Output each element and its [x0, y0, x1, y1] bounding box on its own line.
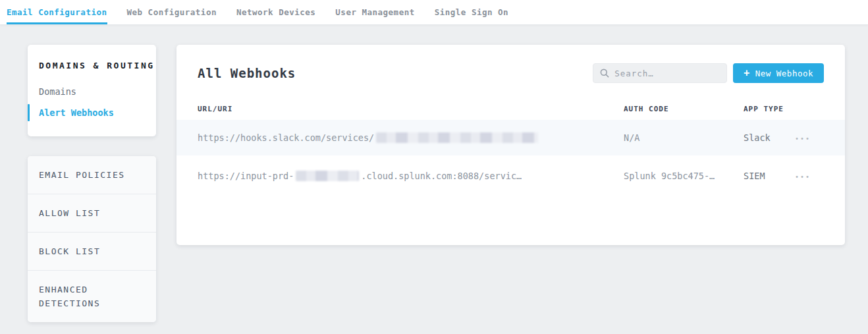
column-header-url-uri: URL/URI — [198, 105, 624, 113]
sidebar-item-enhanced-detections[interactable]: ENHANCED DETECTIONS — [28, 271, 156, 322]
webhook-url-prefix: https://hooks.slack.com/services/ — [198, 132, 374, 143]
new-webhook-button[interactable]: + New Webhook — [733, 63, 824, 83]
app-type-cell: SIEM — [744, 171, 795, 181]
tab-single-sign-on[interactable]: Single Sign On — [435, 0, 508, 24]
sidebar-item-label: Alert Webhooks — [39, 107, 114, 118]
auth-code-cell: N/A — [624, 132, 744, 143]
plus-icon: + — [744, 67, 750, 79]
tab-network-devices[interactable]: Network Devices — [236, 0, 315, 24]
tab-web-configuration[interactable]: Web Configuration — [127, 0, 217, 24]
webhook-url-cell: https://hooks.slack.com/services/ — [198, 132, 624, 143]
redacted-url-segment — [376, 132, 538, 143]
row-menu-icon[interactable]: ••• — [795, 135, 811, 142]
column-header-auth-code: AUTH CODE — [624, 105, 744, 113]
sidebar-item-alert-webhooks[interactable]: Alert Webhooks — [28, 102, 156, 123]
search-input[interactable] — [614, 69, 720, 78]
search-box[interactable] — [593, 63, 727, 83]
table-row[interactable]: https://input-prd- .cloud.splunk.com:808… — [176, 155, 845, 196]
sidebar-item-domains[interactable]: Domains — [28, 81, 156, 102]
domains-routing-card: DOMAINS & ROUTING Domains Alert Webhooks — [28, 45, 156, 136]
webhook-url-cell: https://input-prd- .cloud.splunk.com:808… — [198, 171, 624, 181]
search-icon — [600, 69, 609, 78]
panel-header: All Webhooks + New Webhook — [176, 45, 845, 97]
row-menu-icon[interactable]: ••• — [795, 173, 811, 181]
page-content: DOMAINS & ROUTING Domains Alert Webhooks… — [0, 25, 868, 322]
webhook-url-suffix: .cloud.splunk.com:8088/servic… — [361, 171, 522, 181]
table-header-row: URL/URI AUTH CODE APP TYPE — [176, 97, 845, 120]
webhook-url-prefix: https://input-prd- — [198, 171, 294, 181]
redacted-url-segment — [296, 171, 359, 181]
sidebar: DOMAINS & ROUTING Domains Alert Webhooks… — [28, 45, 156, 322]
header-actions: + New Webhook — [593, 63, 824, 83]
auth-code-cell: Splunk 9c5bc475-… — [624, 171, 744, 181]
domains-routing-heading: DOMAINS & ROUTING — [28, 61, 156, 70]
sidebar-item-allow-list[interactable]: ALLOW LIST — [28, 194, 156, 233]
new-webhook-button-label: New Webhook — [755, 69, 813, 78]
sidebar-item-block-list[interactable]: BLOCK LIST — [28, 233, 156, 271]
app-type-cell: Slack — [744, 132, 795, 143]
sidebar-item-email-policies[interactable]: EMAIL POLICIES — [28, 156, 156, 194]
tab-email-configuration[interactable]: Email Configuration — [7, 0, 107, 24]
active-indicator-bar — [28, 104, 30, 121]
top-navbar: Email Configuration Web Configuration Ne… — [0, 0, 868, 25]
page-title: All Webhooks — [198, 66, 296, 80]
sidebar-item-label: Domains — [39, 86, 76, 97]
column-header-app-type: APP TYPE — [744, 105, 795, 113]
table-row[interactable]: https://hooks.slack.com/services/ N/A Sl… — [176, 120, 845, 155]
tab-user-management[interactable]: User Management — [335, 0, 414, 24]
webhooks-panel: All Webhooks + New Webhook URL/URI AUTH … — [176, 45, 845, 245]
policy-sections-card: EMAIL POLICIES ALLOW LIST BLOCK LIST ENH… — [28, 156, 156, 322]
